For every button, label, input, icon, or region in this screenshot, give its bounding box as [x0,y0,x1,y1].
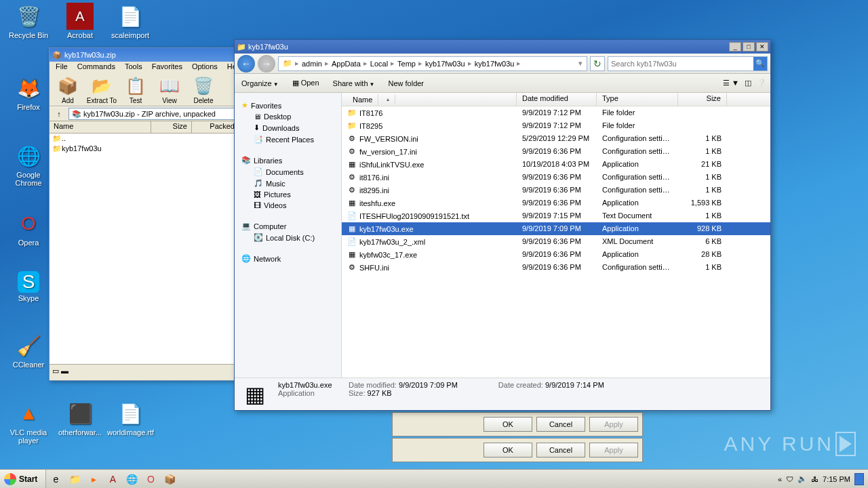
cancel-button[interactable]: Cancel [536,417,585,432]
view-menu[interactable]: ☰ ▼ [723,79,739,87]
file-row[interactable]: ▦kyb17fw03u.exe9/9/2019 7:09 PMApplicati… [342,222,770,235]
apply-button[interactable]: Apply [589,443,638,458]
menu-file[interactable]: File [51,62,73,74]
explorer-icon[interactable]: 📁 [66,472,83,486]
winrar-icon[interactable]: 📦 [161,472,178,486]
desktop-icon-opera[interactable]: OOpera [5,210,52,247]
desktop-icon-chrome[interactable]: 🌐Google Chrome [5,142,52,187]
maximize-button[interactable]: □ [743,42,755,52]
file-row[interactable]: ⚙FW_VERSION.ini5/29/2019 12:29 PMConfigu… [342,132,770,145]
tool-view[interactable]: 📖View [153,75,186,104]
file-row[interactable]: ▦iShfuLinkTVSU.exe10/19/2018 4:03 PMAppl… [342,158,770,171]
desktop-icon-worldimage[interactable]: 📄worldimage.rtf [107,400,153,436]
file-icon: ⚙ [347,186,357,195]
tool-delete[interactable]: 🗑️Delete [186,75,220,104]
file-row[interactable]: ⚙SHFU.ini9/9/2019 6:36 PMConfiguration s… [342,261,770,274]
help-button[interactable]: ❔ [757,79,766,87]
security-icon[interactable]: 🛡 [786,475,793,483]
desktop-icon-otherforwar[interactable]: ⬛otherforwar... [57,400,103,436]
ok-button[interactable]: OK [484,417,532,432]
acrobat-icon[interactable]: A [104,472,121,486]
breadcrumb[interactable]: 📁▸ admin▸ AppData▸ Local▸ Temp▸ kyb17fw0… [278,56,587,71]
file-row[interactable]: ▦iteshfu.exe9/9/2019 6:36 PMApplication1… [342,197,770,209]
desktop-icon-acrobat[interactable]: AAcrobat [57,3,103,39]
nav-videos[interactable]: 🎞Videos [237,200,338,211]
desktop-icon-vlc[interactable]: ▲VLC media player [5,400,52,445]
tool-extract[interactable]: 📂Extract To [85,75,119,104]
file-row[interactable]: 📁IT81769/9/2019 7:12 PMFile folder [342,106,770,119]
organize-menu[interactable]: Organize▼ [239,78,281,89]
search-input[interactable] [608,60,753,68]
computer-group[interactable]: 💻Computer [237,222,338,230]
newfolder-button[interactable]: New folder [385,78,427,89]
network-icon[interactable]: 🖧 [811,475,818,483]
col-size[interactable]: Size [151,121,192,133]
desktop-icon-firefox[interactable]: 🦊Firefox [5,75,52,111]
vlc-icon[interactable]: ▸ [85,472,102,486]
close-button[interactable]: ✕ [756,42,768,52]
opera-icon[interactable]: O [142,472,159,486]
share-menu[interactable]: Share with▼ [330,78,378,89]
col-name[interactable]: Name ▴ [342,93,517,106]
nav-music[interactable]: 🎵Music [237,178,338,189]
search-button[interactable]: 🔍 [753,57,767,70]
chevron-down-icon[interactable]: ▾ [577,59,584,68]
tool-add[interactable]: 📦Add [51,75,85,104]
nav-downloads[interactable]: ⬇Downloads [237,122,338,134]
file-row[interactable]: ⚙it8176.ini9/9/2019 6:36 PMConfiguration… [342,171,770,184]
file-row[interactable]: ⚙it8295.ini9/9/2019 6:36 PMConfiguration… [342,184,770,197]
nav-recent[interactable]: 📑Recent Places [237,134,338,145]
crumb[interactable]: admin [300,60,323,68]
start-button[interactable]: Start [0,470,46,488]
desktop-icon-recycle[interactable]: 🗑️Recycle Bin [5,3,52,39]
nav-localdisk[interactable]: 💽Local Disk (C:) [237,232,338,243]
nav-pictures[interactable]: 🖼Pictures [237,189,338,200]
chrome-icon[interactable]: 🌐 [123,472,140,486]
back-button[interactable]: ← [237,55,255,73]
menu-options[interactable]: Options [187,62,222,74]
desktop-icon-ccleaner[interactable]: 🧹CCleaner [5,332,52,369]
show-desktop-button[interactable] [854,473,864,485]
up-button[interactable]: ↑ [52,110,66,118]
minimize-button[interactable]: _ [729,42,741,52]
ie-icon[interactable]: e [47,472,64,486]
desktop-icon-skype[interactable]: SSkype [5,271,52,302]
menu-tools[interactable]: Tools [120,62,147,74]
preview-pane-button[interactable]: ◫ [745,79,751,87]
ok-button[interactable]: OK [484,443,532,458]
chevron-icon[interactable]: « [778,475,782,483]
col-size[interactable]: Size [678,93,727,106]
col-name[interactable]: Name [50,121,151,133]
desktop-icon: 🖥 [254,113,261,121]
crumb[interactable]: AppData [330,60,362,68]
file-row[interactable]: 📄ITESHFUlog20190909191521.txt9/9/2019 7:… [342,209,770,222]
open-button[interactable]: ▦ Open [290,77,322,89]
nav-documents[interactable]: 📄Documents [237,166,338,178]
file-row[interactable]: 📄kyb17fw03u_2_.xml9/9/2019 6:36 PMXML Do… [342,235,770,248]
crumb[interactable]: kyb17fw03u [424,60,467,68]
clock[interactable]: 7:15 PM [823,475,850,483]
menu-commands[interactable]: Commands [73,62,120,74]
favorites-group[interactable]: ★Favorites [237,101,338,110]
cancel-button[interactable]: Cancel [536,443,585,458]
tool-test[interactable]: 📋Test [119,75,153,104]
nav-desktop[interactable]: 🖥Desktop [237,111,338,122]
volume-icon[interactable]: 🔈 [797,474,807,483]
col-type[interactable]: Type [597,93,678,106]
crumb[interactable]: Temp [396,60,417,68]
desktop-icon-scaleimport[interactable]: 📄scaleimport [107,3,153,39]
libraries-group[interactable]: 📚Libraries [237,156,338,165]
file-row[interactable]: ⚙fw_version_17.ini9/9/2019 6:36 PMConfig… [342,145,770,158]
file-row[interactable]: 📁IT82959/9/2019 7:12 PMFile folder [342,119,770,132]
file-row[interactable]: ▦kybfw03c_17.exe9/9/2019 6:36 PMApplicat… [342,248,770,261]
refresh-button[interactable]: ↻ [590,56,605,71]
col-date[interactable]: Date modified [517,93,597,106]
crumb[interactable]: kyb17fw03u [473,60,516,68]
apply-button[interactable]: Apply [589,417,638,432]
crumb[interactable]: Local [369,60,389,68]
menu-favorites[interactable]: Favorites [147,62,187,74]
explorer-titlebar[interactable]: 📁 kyb17fw03u _ □ ✕ [235,40,770,54]
forward-button[interactable]: → [258,55,275,73]
col-packed[interactable]: Packed [192,121,239,133]
network-group[interactable]: 🌐Network [237,254,338,263]
